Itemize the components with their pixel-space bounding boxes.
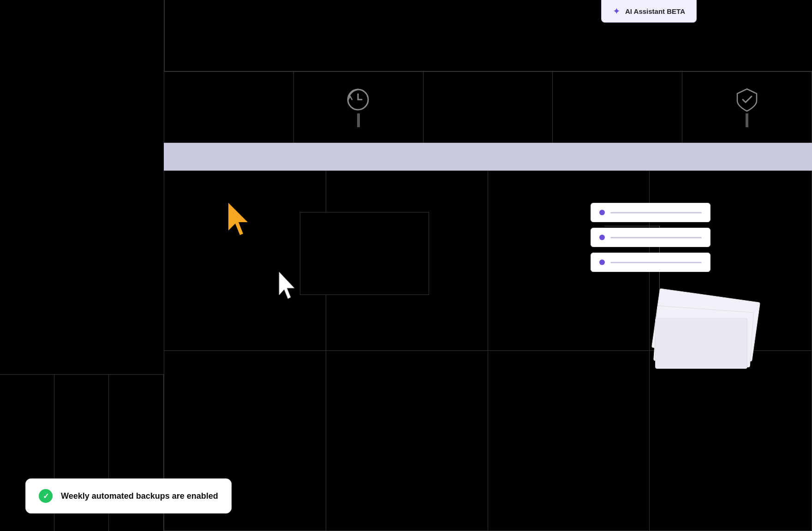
top-left-panel (0, 0, 164, 71)
history-icon-container (346, 87, 371, 127)
db-server-1 (591, 203, 710, 222)
orange-cursor-icon (224, 203, 251, 240)
content-cell-8[interactable] (650, 351, 812, 531)
db-server-2 (591, 228, 710, 247)
server-line-3 (610, 262, 702, 263)
horizontal-divider-bar (164, 143, 812, 171)
layer-page-3 (655, 318, 747, 369)
nav-cell-3[interactable] (424, 72, 553, 142)
inner-content-box (300, 212, 429, 295)
shield-icon-container (734, 87, 760, 127)
ai-assistant-tab[interactable]: ✦ AI Assistant BETA (601, 0, 697, 23)
toast-check-icon (39, 489, 53, 503)
top-panel (164, 0, 812, 71)
db-layer-pages (646, 286, 766, 369)
nav-cell-4[interactable] (553, 72, 682, 142)
content-cell-6[interactable] (326, 351, 488, 531)
nav-cell-history[interactable] (294, 72, 424, 142)
content-cell-7[interactable] (488, 351, 650, 531)
server-dot-2 (599, 235, 605, 240)
server-dot-1 (599, 210, 605, 215)
shield-icon (734, 87, 760, 112)
database-stack (591, 203, 766, 369)
nav-cell-1[interactable] (164, 72, 294, 142)
nav-cell-shield[interactable] (682, 72, 812, 142)
history-icon (346, 87, 371, 112)
db-server-3 (591, 253, 710, 272)
server-line-2 (610, 237, 702, 238)
server-dot-3 (599, 260, 605, 265)
history-icon-stem (357, 113, 360, 127)
white-cursor-icon (277, 272, 300, 302)
top-nav (164, 71, 812, 143)
toast-message: Weekly automated backups are enabled (61, 491, 218, 501)
notification-toast: Weekly automated backups are enabled (25, 478, 232, 513)
shield-icon-stem (746, 113, 748, 127)
sparkle-icon: ✦ (613, 6, 621, 17)
server-line-1 (610, 212, 702, 213)
ai-assistant-label: AI Assistant BETA (625, 7, 685, 15)
